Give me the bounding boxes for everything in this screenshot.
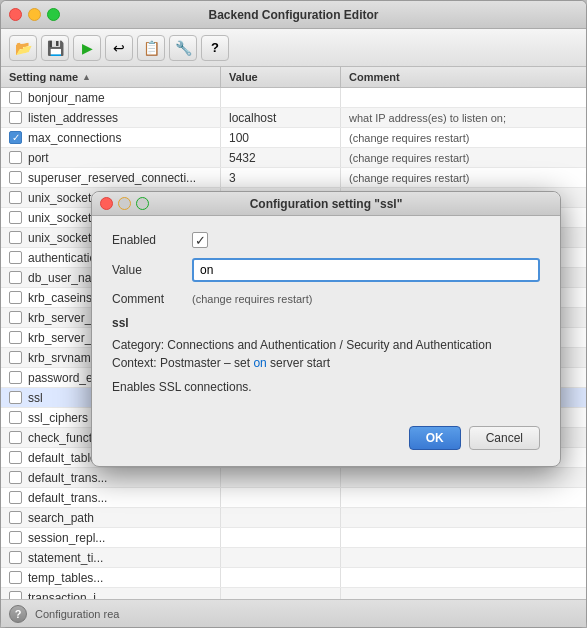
- row-checkbox[interactable]: [9, 411, 22, 424]
- cell-name: listen_addresses: [1, 108, 221, 127]
- setting-name-text: superuser_reserved_connecti...: [28, 171, 196, 185]
- row-checkbox[interactable]: [9, 91, 22, 104]
- row-checkbox[interactable]: [9, 391, 22, 404]
- modal-footer: OK Cancel: [92, 426, 560, 466]
- cancel-button[interactable]: Cancel: [469, 426, 540, 450]
- modal-body: Enabled ✓ Value Comment (change requires…: [92, 216, 560, 426]
- cell-comment: [341, 468, 586, 487]
- modal-maximize-button[interactable]: [136, 197, 149, 210]
- row-checkbox[interactable]: [9, 311, 22, 324]
- cell-comment: (change requires restart): [341, 168, 586, 187]
- category-text: Category: Connections and Authentication…: [112, 338, 540, 352]
- cell-comment: (change requires restart): [341, 128, 586, 147]
- row-checkbox[interactable]: [9, 571, 22, 584]
- table-row[interactable]: superuser_reserved_connecti... 3 (change…: [1, 168, 586, 188]
- setting-name-text: search_path: [28, 511, 94, 525]
- cell-value: [221, 588, 341, 599]
- setting-name-text: default_trans...: [28, 491, 107, 505]
- row-checkbox[interactable]: [9, 491, 22, 504]
- row-checkbox[interactable]: [9, 591, 22, 599]
- row-checkbox[interactable]: [9, 431, 22, 444]
- row-checkbox[interactable]: [9, 191, 22, 204]
- cell-name: transaction_i...: [1, 588, 221, 599]
- row-checkbox[interactable]: ✓: [9, 131, 22, 144]
- row-checkbox[interactable]: [9, 531, 22, 544]
- cell-name: ✓ max_connections: [1, 128, 221, 147]
- cell-value: 100: [221, 128, 341, 147]
- row-checkbox[interactable]: [9, 231, 22, 244]
- table-row[interactable]: listen_addresses localhost what IP addre…: [1, 108, 586, 128]
- ok-button[interactable]: OK: [409, 426, 461, 450]
- row-checkbox[interactable]: [9, 451, 22, 464]
- back-btn[interactable]: ↩: [105, 35, 133, 61]
- row-checkbox[interactable]: [9, 171, 22, 184]
- cell-value: [221, 88, 341, 107]
- table-row[interactable]: port 5432 (change requires restart): [1, 148, 586, 168]
- table-row[interactable]: session_repl...: [1, 528, 586, 548]
- row-checkbox[interactable]: [9, 511, 22, 524]
- window-title: Backend Configuration Editor: [208, 8, 378, 22]
- modal-close-button[interactable]: [100, 197, 113, 210]
- minimize-button[interactable]: [28, 8, 41, 21]
- enabled-row: Enabled ✓: [112, 232, 540, 248]
- table-row[interactable]: transaction_i...: [1, 588, 586, 599]
- table-row[interactable]: bonjour_name: [1, 88, 586, 108]
- modal-minimize-button[interactable]: [118, 197, 131, 210]
- table-row[interactable]: default_trans...: [1, 488, 586, 508]
- help-btn[interactable]: ?: [201, 35, 229, 61]
- settings-btn[interactable]: 🔧: [169, 35, 197, 61]
- cell-name: search_path: [1, 508, 221, 527]
- table-row[interactable]: ✓ max_connections 100 (change requires r…: [1, 128, 586, 148]
- help-circle-button[interactable]: ?: [9, 605, 27, 623]
- cell-name: default_trans...: [1, 468, 221, 487]
- save-btn[interactable]: 💾: [41, 35, 69, 61]
- setting-name-text: listen_addresses: [28, 111, 118, 125]
- setting-name-text: bonjour_name: [28, 91, 105, 105]
- main-window: Backend Configuration Editor 📂 💾 ▶ ↩ 📋 🔧…: [0, 0, 587, 628]
- cell-name: port: [1, 148, 221, 167]
- cell-value: [221, 508, 341, 527]
- value-input-wrapper: [192, 258, 540, 282]
- maximize-button[interactable]: [47, 8, 60, 21]
- row-checkbox[interactable]: [9, 471, 22, 484]
- run-btn[interactable]: ▶: [73, 35, 101, 61]
- row-checkbox[interactable]: [9, 111, 22, 124]
- table-row[interactable]: statement_ti...: [1, 548, 586, 568]
- cell-comment: [341, 548, 586, 567]
- table-row[interactable]: temp_tables...: [1, 568, 586, 588]
- table-row[interactable]: default_trans...: [1, 468, 586, 488]
- modal-title: Configuration setting "ssl": [250, 197, 403, 211]
- cell-comment: [341, 588, 586, 599]
- enabled-value: ✓: [192, 232, 540, 248]
- cell-comment: [341, 568, 586, 587]
- modal-title-bar: Configuration setting "ssl": [92, 192, 560, 216]
- cell-comment: [341, 508, 586, 527]
- paste-btn[interactable]: 📋: [137, 35, 165, 61]
- window-controls: [9, 8, 60, 21]
- col-header-comment: Comment: [341, 67, 586, 87]
- setting-name-text: transaction_i...: [28, 591, 106, 600]
- row-checkbox[interactable]: [9, 251, 22, 264]
- row-checkbox[interactable]: [9, 271, 22, 284]
- status-bar: ? Configuration rea: [1, 599, 586, 627]
- table-row[interactable]: search_path: [1, 508, 586, 528]
- row-checkbox[interactable]: [9, 371, 22, 384]
- table-header: Setting name ▲ Value Comment: [1, 67, 586, 88]
- open-file-btn[interactable]: 📂: [9, 35, 37, 61]
- row-checkbox[interactable]: [9, 291, 22, 304]
- close-button[interactable]: [9, 8, 22, 21]
- context-text: Context: Postmaster – set on server star…: [112, 356, 540, 370]
- row-checkbox[interactable]: [9, 551, 22, 564]
- row-checkbox[interactable]: [9, 331, 22, 344]
- row-checkbox[interactable]: [9, 211, 22, 224]
- col-header-value: Value: [221, 67, 341, 87]
- col-header-name: Setting name ▲: [1, 67, 221, 87]
- row-checkbox[interactable]: [9, 351, 22, 364]
- on-word: on: [253, 356, 266, 370]
- enabled-checkbox[interactable]: ✓: [192, 232, 208, 248]
- row-checkbox[interactable]: [9, 151, 22, 164]
- comment-label: Comment: [112, 292, 192, 306]
- value-input[interactable]: [192, 258, 540, 282]
- cell-value: localhost: [221, 108, 341, 127]
- cell-name: session_repl...: [1, 528, 221, 547]
